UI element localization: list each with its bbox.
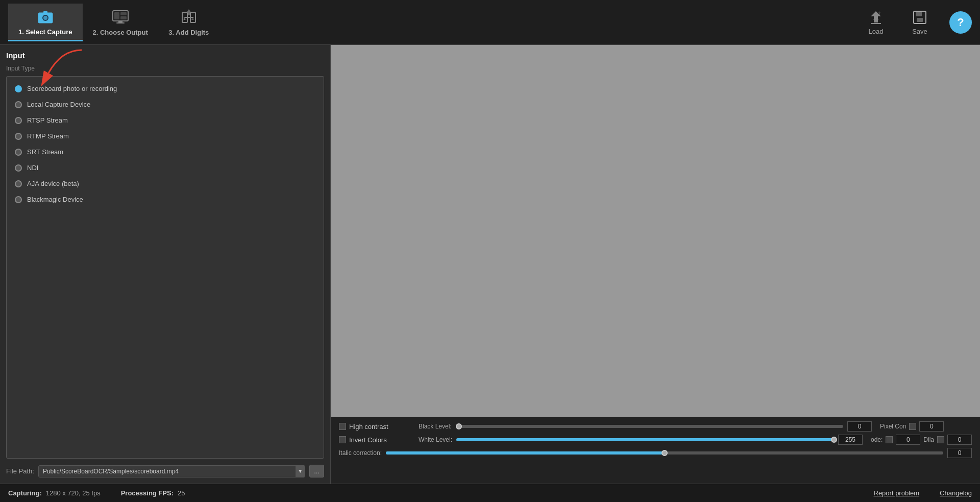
controls-bar: High contrast Black Level: 0 Pixel Con 0 <box>331 417 980 484</box>
svg-rect-19 <box>916 11 922 16</box>
file-path-row: File Path: ▼ ... <box>6 465 324 477</box>
mode-value: 0 <box>896 435 920 445</box>
option-srt-label: SRT Stream <box>27 148 63 156</box>
nav-choose-output[interactable]: 2. Choose Output <box>83 4 158 40</box>
input-type-label: Input Type <box>6 65 324 72</box>
svg-rect-7 <box>120 16 127 19</box>
italic-correction-track[interactable] <box>386 451 943 455</box>
help-button[interactable]: ? <box>949 11 972 34</box>
option-scoreboard[interactable]: Scoreboard photo or recording <box>7 81 324 97</box>
black-level-thumb[interactable] <box>456 423 462 429</box>
pixel-con-checkbox[interactable] <box>909 423 916 430</box>
option-aja[interactable]: AJA device (beta) <box>7 176 324 192</box>
report-problem-link[interactable]: Report problem <box>874 489 920 497</box>
radio-local-capture <box>15 101 22 108</box>
radio-rtsp <box>15 117 22 124</box>
mode-checkbox[interactable] <box>886 436 893 443</box>
main-layout: Input Input Type Scoreboard photo or rec… <box>0 45 980 484</box>
input-options-list: Scoreboard photo or recording Local Capt… <box>6 76 324 459</box>
file-path-label: File Path: <box>6 467 34 475</box>
svg-rect-6 <box>120 12 127 15</box>
toolbar-actions: Load Save <box>862 7 934 37</box>
load-label: Load <box>869 28 884 35</box>
white-level-fill <box>456 438 834 441</box>
left-panel: Input Input Type Scoreboard photo or rec… <box>0 45 331 484</box>
pixel-con-value: 0 <box>919 421 944 432</box>
nav-select-capture[interactable]: 1. Select Capture <box>8 4 83 41</box>
radio-blackmagic <box>15 196 22 203</box>
invert-colors-wrap: Invert Colors <box>339 436 410 444</box>
white-level-thumb[interactable] <box>831 437 837 443</box>
option-local-capture[interactable]: Local Capture Device <box>7 97 324 112</box>
option-rtsp-label: RTSP Stream <box>27 116 68 124</box>
option-blackmagic[interactable]: Blackmagic Device <box>7 192 324 207</box>
svg-rect-5 <box>114 12 119 19</box>
option-srt[interactable]: SRT Stream <box>7 144 324 160</box>
capturing-key: Capturing: <box>8 489 42 497</box>
svg-marker-17 <box>873 19 879 21</box>
option-local-capture-label: Local Capture Device <box>27 101 90 108</box>
white-level-group: White Level: 255 <box>419 435 863 445</box>
italic-correction-label: Italic correction: <box>339 449 382 457</box>
capturing-status: Capturing: 1280 x 720, 25 fps <box>8 489 101 497</box>
svg-rect-20 <box>917 18 923 22</box>
option-rtsp[interactable]: RTSP Stream <box>7 112 324 128</box>
high-contrast-checkbox[interactable] <box>339 423 346 430</box>
input-section-title: Input <box>6 51 324 60</box>
white-level-value: 255 <box>838 435 863 445</box>
option-aja-label: AJA device (beta) <box>27 180 79 187</box>
status-bar: Capturing: 1280 x 720, 25 fps Processing… <box>0 484 980 502</box>
high-contrast-wrap: High contrast <box>339 423 410 431</box>
svg-rect-9 <box>116 22 125 23</box>
right-panel: High contrast Black Level: 0 Pixel Con 0 <box>331 45 980 484</box>
option-blackmagic-label: Blackmagic Device <box>27 196 83 203</box>
controls-row-3: Italic correction: 0 <box>339 448 972 458</box>
svg-point-2 <box>43 16 47 20</box>
italic-fill <box>386 451 665 455</box>
monitor-icon <box>111 8 130 27</box>
nav-select-capture-label: 1. Select Capture <box>18 28 72 36</box>
save-label: Save <box>912 28 927 35</box>
changelog-link[interactable]: Changelog <box>940 489 972 497</box>
help-icon: ? <box>957 16 964 29</box>
save-button[interactable]: Save <box>905 7 934 37</box>
radio-scoreboard <box>15 85 22 92</box>
black-level-value: 0 <box>847 421 872 432</box>
nav-choose-output-label: 2. Choose Output <box>93 29 148 36</box>
dila-label: Dila <box>923 436 934 443</box>
toolbar: 1. Select Capture 2. Choose Output 1 2 <box>0 0 980 45</box>
file-path-input[interactable] <box>39 466 296 477</box>
file-path-input-wrap: ▼ <box>38 465 305 477</box>
option-rtmp[interactable]: RTMP Stream <box>7 128 324 144</box>
dila-checkbox[interactable] <box>937 436 944 443</box>
option-ndi[interactable]: NDI <box>7 160 324 176</box>
nav-add-digits-label: 3. Add Digits <box>168 29 209 36</box>
radio-aja <box>15 180 22 187</box>
white-level-track[interactable] <box>456 438 834 441</box>
black-level-group: Black Level: 0 <box>419 421 872 432</box>
controls-row-2: Invert Colors White Level: 255 ode: 0 Di… <box>339 435 972 445</box>
italic-thumb[interactable] <box>662 450 668 456</box>
file-path-dropdown-btn[interactable]: ▼ <box>296 466 305 477</box>
svg-rect-8 <box>118 21 122 22</box>
option-ndi-label: NDI <box>27 164 38 172</box>
nav-add-digits[interactable]: 1 2 3. Add Digits <box>158 4 219 40</box>
white-level-label: White Level: <box>419 436 452 443</box>
fps-val: 25 <box>178 489 185 497</box>
controls-row-1: High contrast Black Level: 0 Pixel Con 0 <box>339 421 972 432</box>
mode-group: ode: 0 Dila 0 <box>871 435 972 445</box>
invert-colors-label: Invert Colors <box>349 436 387 444</box>
invert-colors-checkbox[interactable] <box>339 436 346 443</box>
mode-label: ode: <box>871 436 883 443</box>
preview-area <box>331 45 980 417</box>
capturing-val: 1280 x 720, 25 fps <box>46 489 101 497</box>
svg-text:1: 1 <box>183 16 186 21</box>
high-contrast-label: High contrast <box>349 423 388 431</box>
file-path-browse-btn[interactable]: ... <box>309 465 324 477</box>
svg-text:2: 2 <box>191 16 194 21</box>
black-level-label: Black Level: <box>419 423 452 430</box>
svg-rect-3 <box>43 11 47 13</box>
load-button[interactable]: Load <box>862 7 890 37</box>
black-level-track[interactable] <box>456 425 843 428</box>
digits-icon: 1 2 <box>180 8 198 27</box>
